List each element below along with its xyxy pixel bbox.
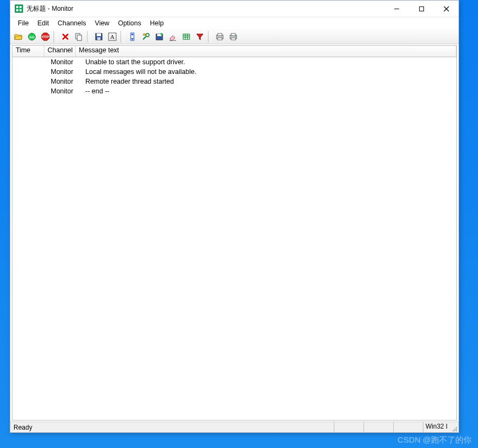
svg-rect-6 (419, 6, 423, 11)
resize-grip-icon[interactable] (451, 422, 459, 432)
stop-button[interactable]: STOP (39, 30, 52, 43)
svg-point-50 (454, 430, 455, 431)
cell-message: Remote reader thread started (82, 77, 456, 86)
column-header-message[interactable]: Message text (76, 46, 456, 57)
list-row[interactable]: Monitor Local messages will not be avail… (12, 67, 456, 77)
app-icon (15, 4, 23, 13)
svg-rect-4 (19, 9, 22, 11)
menu-options[interactable]: Options (113, 18, 145, 28)
toolbar-separator (208, 31, 212, 43)
cell-time (12, 86, 48, 96)
cell-channel: Monitor (48, 86, 82, 96)
svg-rect-1 (16, 6, 18, 8)
svg-point-30 (160, 33, 163, 35)
tools-button[interactable] (139, 30, 152, 43)
svg-point-27 (143, 33, 145, 36)
cell-message: -- end -- (82, 86, 456, 96)
watermark: CSDN @跑不了的你 (398, 435, 472, 445)
menu-help[interactable]: Help (146, 18, 169, 28)
svg-point-25 (146, 33, 149, 37)
svg-rect-3 (16, 9, 18, 11)
svg-rect-2 (19, 6, 22, 8)
list-row[interactable]: Monitor Unable to start the support driv… (12, 57, 456, 67)
cell-message: Unable to start the support driver. (82, 57, 456, 67)
copy-button[interactable] (72, 30, 85, 43)
svg-rect-43 (231, 33, 235, 36)
status-pane (393, 422, 423, 432)
svg-rect-19 (97, 37, 100, 40)
status-mode: Win32 I (423, 422, 451, 432)
status-pane (363, 422, 393, 432)
svg-rect-44 (231, 38, 235, 40)
maximize-button[interactable] (409, 1, 434, 17)
statusbar: Ready Win32 I (10, 422, 459, 432)
menu-channels[interactable]: Channels (53, 18, 91, 28)
go-button[interactable]: GO (25, 30, 38, 43)
svg-rect-16 (77, 35, 82, 40)
menubar: File Edit Channels View Options Help (10, 17, 459, 29)
toolbar-separator (120, 31, 124, 43)
status-ready: Ready (10, 424, 334, 431)
svg-text:A: A (110, 33, 115, 40)
cell-channel: Monitor (48, 67, 82, 77)
cell-channel: Monitor (48, 57, 82, 67)
svg-marker-24 (131, 38, 134, 40)
svg-point-48 (456, 429, 457, 430)
svg-point-46 (456, 427, 457, 428)
titlebar[interactable]: 无标题 - Monitor (10, 1, 459, 17)
cell-time (12, 67, 48, 77)
minimize-button[interactable] (384, 1, 409, 17)
svg-marker-38 (197, 34, 203, 40)
grid-button[interactable] (180, 30, 193, 43)
svg-rect-40 (218, 33, 222, 36)
cell-time (12, 57, 48, 67)
svg-point-51 (456, 430, 457, 431)
list-row[interactable]: Monitor -- end -- (12, 86, 456, 96)
toolbar: GO STOP A (10, 29, 459, 44)
list-row[interactable]: Monitor Remote reader thread started (12, 77, 456, 86)
column-header-time[interactable]: Time (12, 46, 44, 57)
close-button[interactable] (434, 1, 459, 17)
cell-channel: Monitor (48, 77, 82, 86)
svg-text:STOP: STOP (42, 35, 49, 38)
open-button[interactable] (12, 30, 25, 43)
status-pane (334, 422, 363, 432)
cell-time (12, 77, 48, 86)
svg-line-26 (143, 37, 146, 39)
svg-point-45 (235, 36, 236, 37)
print-button[interactable] (227, 30, 240, 43)
scroll-button[interactable] (126, 30, 139, 43)
window-title: 无标题 - Monitor (26, 4, 73, 13)
column-headers: Time Channel Message text (12, 45, 457, 57)
delete-button[interactable] (59, 30, 72, 43)
font-button[interactable]: A (106, 30, 119, 43)
toolbar-separator (53, 31, 57, 43)
svg-marker-31 (170, 36, 175, 40)
save-button[interactable] (92, 30, 105, 43)
svg-point-47 (454, 429, 455, 430)
svg-point-49 (453, 430, 454, 431)
erase-button[interactable] (166, 30, 179, 43)
menu-edit[interactable]: Edit (33, 18, 53, 28)
main-window: 无标题 - Monitor File Edit Channels View Op… (10, 0, 459, 433)
column-header-channel[interactable]: Channel (44, 46, 76, 57)
toolbar-separator (87, 31, 91, 43)
filter-button[interactable] (193, 30, 206, 43)
svg-rect-41 (218, 38, 222, 40)
svg-rect-18 (97, 33, 101, 36)
save-settings-button[interactable] (153, 30, 166, 43)
svg-marker-23 (131, 33, 134, 35)
menu-view[interactable]: View (91, 18, 114, 28)
svg-rect-33 (183, 34, 190, 39)
message-list[interactable]: Monitor Unable to start the support driv… (12, 57, 457, 420)
cell-message: Local messages will not be available. (82, 67, 456, 77)
svg-text:GO: GO (29, 36, 35, 39)
print-preview-button[interactable] (213, 30, 226, 43)
menu-file[interactable]: File (14, 18, 33, 28)
